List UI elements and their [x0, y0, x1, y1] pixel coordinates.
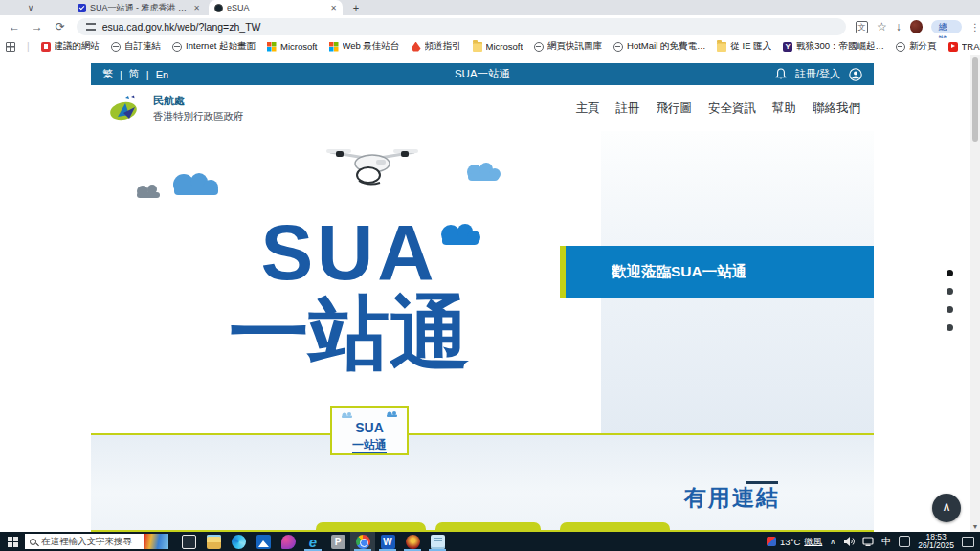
- bookmark-separator: |: [27, 41, 30, 52]
- nav-flight-map[interactable]: 飛行圖: [657, 100, 693, 117]
- file-explorer-button[interactable]: [201, 532, 226, 551]
- lang-traditional[interactable]: 繁: [102, 67, 113, 81]
- profile-chip[interactable]: 總辦: [931, 20, 962, 33]
- notification-bell-icon[interactable]: [775, 68, 787, 80]
- carousel-dot[interactable]: [947, 324, 953, 331]
- taskbar-apps: e P W: [176, 532, 450, 551]
- chrome-button[interactable]: [350, 532, 375, 551]
- site-title: SUA一站通: [91, 67, 874, 81]
- globe-icon: [534, 42, 544, 52]
- bookmark-item[interactable]: 自訂連結: [111, 40, 161, 53]
- bookmark-item[interactable]: 從 IE 匯入: [717, 40, 771, 53]
- scrollbar-down-arrow[interactable]: ▼: [970, 522, 980, 532]
- bookmark-star-icon[interactable]: ☆: [877, 20, 887, 33]
- start-button[interactable]: [0, 532, 25, 551]
- site-icon: [41, 42, 51, 52]
- drone-image: [326, 137, 418, 192]
- bookmark-item[interactable]: HotMail 的免費電…: [613, 40, 705, 53]
- ime-mode-icon[interactable]: [899, 536, 910, 547]
- gov-name: 香港特別行政區政府: [153, 110, 244, 123]
- hero-title: SUA 一站通: [187, 213, 512, 374]
- carousel-dot[interactable]: [947, 306, 953, 313]
- task-view-icon: [182, 535, 196, 549]
- paint3d-button[interactable]: [276, 532, 301, 551]
- tab-search-icon[interactable]: ∨: [25, 3, 36, 13]
- carousel-dots: [947, 270, 953, 331]
- ime-language-indicator[interactable]: 中: [881, 535, 891, 548]
- back-button[interactable]: ←: [6, 18, 23, 35]
- browser-menu-icon[interactable]: ⋮: [970, 22, 980, 33]
- nav-home[interactable]: 主頁: [576, 100, 600, 117]
- cad-logo[interactable]: [104, 94, 145, 122]
- tab-close-icon[interactable]: ✕: [330, 4, 337, 12]
- bookmark-item[interactable]: Internet 起始畫面: [172, 40, 256, 53]
- forward-button[interactable]: →: [29, 18, 46, 35]
- internet-explorer-button[interactable]: e: [301, 532, 325, 551]
- tab-close-icon[interactable]: ✕: [193, 4, 200, 12]
- lang-simplified[interactable]: 简: [129, 67, 140, 81]
- browser-tab-esua[interactable]: eSUA ✕: [209, 0, 343, 15]
- tab-title: eSUA: [227, 3, 326, 12]
- bookmark-item[interactable]: 新分頁: [896, 40, 937, 53]
- new-tab-button[interactable]: +: [350, 2, 362, 13]
- word-button[interactable]: W: [375, 532, 400, 551]
- volume-icon[interactable]: [843, 536, 855, 547]
- lang-english[interactable]: En: [156, 69, 168, 80]
- hidden-icons-chevron[interactable]: ∧: [830, 538, 835, 546]
- bookmark-item[interactable]: Web 最佳站台: [329, 40, 400, 53]
- bookmark-item[interactable]: Y戰狼300：帝國崛起…: [783, 40, 884, 53]
- bookmark-item[interactable]: TRANSFORMERS 4…: [948, 41, 980, 52]
- nav-register[interactable]: 註冊: [616, 100, 640, 117]
- chrome-icon: [356, 535, 370, 549]
- download-icon[interactable]: ↓: [896, 20, 902, 33]
- bookmark-item[interactable]: Microsoft: [473, 41, 523, 52]
- notepad-button[interactable]: [425, 532, 450, 551]
- sua-logo-badge[interactable]: SUA 一站通: [330, 406, 409, 455]
- bookmark-item[interactable]: Microsoft: [267, 41, 318, 52]
- browser-tab-yahoo[interactable]: SUA一站通 - 雅虎香港 搜尋結… ✕: [72, 0, 206, 15]
- apps-grid-icon[interactable]: [6, 42, 15, 52]
- hero-title-en: SUA: [187, 213, 512, 292]
- page-scrollbar[interactable]: ▼: [970, 55, 980, 532]
- edge-button[interactable]: [226, 532, 251, 551]
- site-nav: 主頁 註冊 飛行圖 安全資訊 幫助 聯絡我們: [576, 100, 861, 117]
- bookmark-item[interactable]: 頻道指引: [412, 40, 461, 53]
- game-icon: [406, 535, 420, 549]
- carousel-dot[interactable]: [947, 288, 953, 295]
- section-divider: [91, 433, 874, 435]
- site-info-icon[interactable]: [86, 23, 96, 31]
- reload-button[interactable]: ⟳: [52, 18, 69, 35]
- game-button[interactable]: [400, 532, 425, 551]
- bookmark-item[interactable]: 網頁快訊圖庫: [534, 40, 602, 53]
- app-p-button[interactable]: P: [325, 532, 350, 551]
- taskbar-clock[interactable]: 18:53 26/1/2025: [918, 533, 954, 551]
- scroll-to-top-button[interactable]: ∧: [932, 494, 961, 522]
- heading-accent-bar: [746, 481, 778, 484]
- action-center-icon[interactable]: [962, 537, 974, 547]
- scrollbar-thumb[interactable]: [972, 57, 978, 142]
- network-icon[interactable]: [862, 536, 874, 547]
- search-highlight-image[interactable]: [144, 534, 168, 549]
- register-login-link[interactable]: 註冊/登入: [795, 67, 840, 81]
- notepad-icon: [431, 535, 445, 549]
- profile-avatar[interactable]: [910, 20, 924, 33]
- youtube-icon: [948, 42, 958, 52]
- task-view-button[interactable]: [176, 532, 201, 551]
- translate-icon[interactable]: 文: [856, 21, 868, 33]
- nav-contact[interactable]: 聯絡我們: [813, 100, 860, 117]
- browser-toolbar: ← → ⟳ esua.cad.gov.hk/web/?lang=zh_TW 文 …: [0, 15, 980, 38]
- tab-favicon: [214, 4, 223, 12]
- account-icon[interactable]: [849, 68, 862, 81]
- photos-button[interactable]: [251, 532, 276, 551]
- bookmark-item[interactable]: 建議的網站: [41, 40, 100, 53]
- carousel-dot[interactable]: [947, 270, 953, 276]
- cloud-icon: [460, 160, 502, 183]
- folder-icon: [717, 42, 726, 52]
- nav-help[interactable]: 幫助: [772, 100, 796, 117]
- taskbar-search-box[interactable]: 在這裡輸入文字來搜尋: [25, 534, 168, 549]
- weather-widget[interactable]: 13°C 微風: [767, 536, 822, 548]
- internet-explorer-icon: e: [306, 535, 321, 549]
- address-bar[interactable]: esua.cad.gov.hk/web/?lang=zh_TW: [77, 18, 847, 35]
- word-icon: W: [381, 535, 395, 549]
- nav-safety-info[interactable]: 安全資訊: [708, 100, 756, 117]
